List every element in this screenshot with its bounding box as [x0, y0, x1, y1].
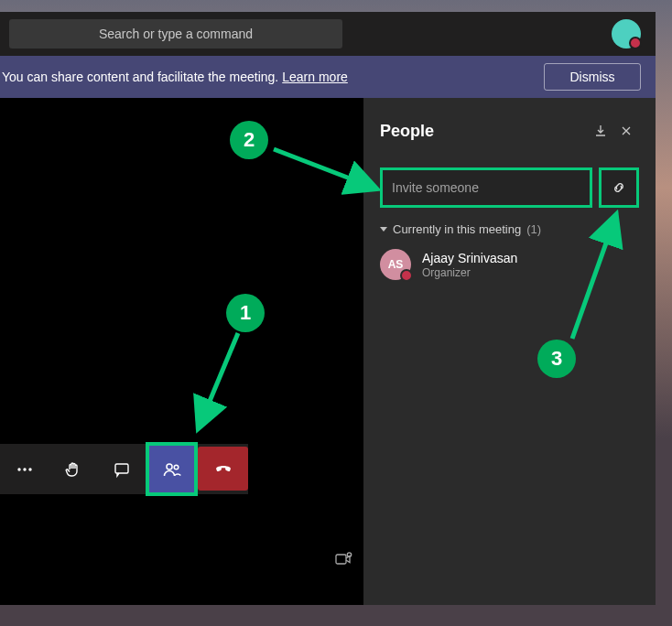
content-camera-icon: [334, 550, 352, 568]
banner-text: You can share content and facilitate the…: [2, 70, 278, 84]
svg-line-8: [201, 333, 238, 421]
annotation-badge-1: 1: [226, 294, 265, 332]
hang-up-icon: [212, 458, 234, 480]
info-banner: You can share content and facilitate the…: [0, 56, 656, 98]
svg-line-9: [274, 149, 369, 186]
participant-name: Ajaay Srinivasan: [422, 251, 517, 265]
link-icon: [611, 179, 627, 196]
meeting-toolbar: [0, 444, 248, 494]
svg-point-0: [17, 468, 20, 470]
panel-header: People: [380, 118, 639, 144]
download-icon: [593, 124, 608, 138]
annotation-badge-2: 2: [230, 121, 268, 159]
svg-point-4: [167, 464, 172, 470]
leave-call-button[interactable]: [198, 447, 248, 491]
search-placeholder-text: Search or type a command: [99, 27, 253, 41]
chat-icon: [113, 460, 131, 479]
more-icon: [16, 460, 34, 479]
dismiss-button[interactable]: Dismiss: [544, 63, 641, 91]
title-bar: Search or type a command: [0, 12, 656, 56]
annotation-badge-3: 3: [537, 340, 576, 378]
annotation-arrow-3: [563, 215, 627, 343]
teams-app-window: Search or type a command You can share c…: [0, 12, 656, 605]
annotation-arrow-1: [188, 329, 252, 435]
more-actions-button[interactable]: [0, 444, 49, 494]
user-avatar[interactable]: [612, 19, 641, 49]
download-attendance-button[interactable]: [588, 118, 613, 144]
command-search-box[interactable]: Search or type a command: [9, 19, 342, 49]
invite-input-wrapper: [380, 167, 592, 208]
people-panel: People Currently in this meeting: [363, 98, 656, 605]
people-icon: [162, 459, 182, 480]
participant-role: Organizer: [422, 266, 517, 279]
raise-hand-icon: [64, 460, 82, 479]
svg-rect-3: [115, 464, 128, 473]
invite-row: [380, 167, 639, 208]
caret-down-icon: [380, 227, 387, 232]
svg-point-2: [28, 468, 31, 470]
annotation-arrow-2: [270, 142, 380, 197]
participant-avatar: AS: [380, 249, 411, 280]
show-participants-button[interactable]: [146, 442, 198, 496]
section-count: (1): [526, 222, 541, 236]
svg-rect-6: [336, 555, 346, 564]
svg-point-1: [23, 468, 26, 470]
svg-point-5: [174, 465, 179, 470]
learn-more-link[interactable]: Learn more: [282, 70, 348, 84]
svg-line-10: [572, 222, 613, 339]
close-icon: [620, 124, 633, 137]
section-label: Currently in this meeting: [393, 222, 521, 236]
raise-hand-button[interactable]: [49, 444, 97, 494]
chat-button[interactable]: [97, 444, 146, 494]
close-panel-button[interactable]: [613, 118, 639, 144]
panel-title: People: [380, 122, 588, 141]
invite-someone-input[interactable]: [392, 180, 580, 195]
copy-invite-link-button[interactable]: [599, 167, 639, 208]
